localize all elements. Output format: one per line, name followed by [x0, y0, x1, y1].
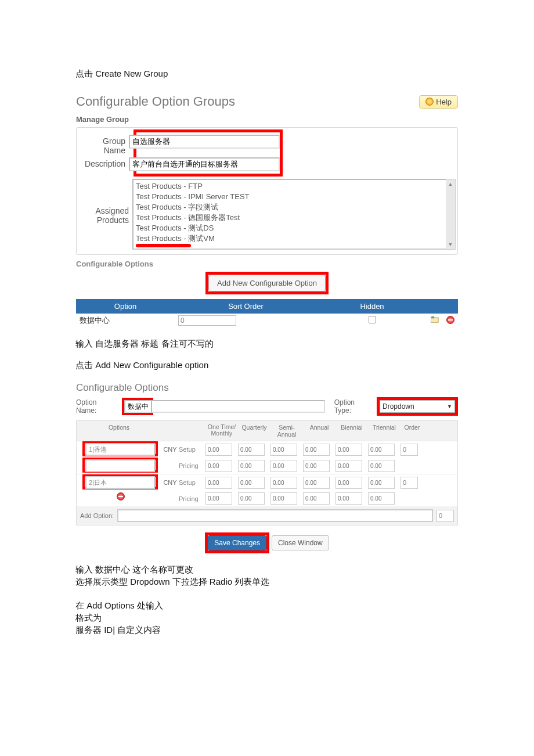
help-button[interactable]: Help [419, 95, 458, 109]
price-input[interactable] [205, 492, 232, 505]
th-triennial: Triennial [368, 421, 400, 441]
list-item[interactable]: Test Products - 测试VM [135, 233, 445, 244]
save-changes-button[interactable]: Save Changes [208, 535, 266, 550]
doc-paragraph: 服务器 ID| 自定义内容 [75, 625, 459, 636]
close-window-button[interactable]: Close Window [272, 535, 329, 550]
order-input[interactable] [400, 444, 418, 456]
list-item[interactable]: Test Products - FTP [135, 181, 445, 192]
price-input[interactable] [205, 477, 232, 489]
label-group-name: Group Name [81, 135, 129, 155]
price-input[interactable] [335, 460, 362, 472]
th-sort-order: Sort Order [175, 299, 317, 314]
list-item[interactable]: Test Products - 测试DS [135, 223, 445, 233]
description-input[interactable] [129, 157, 280, 171]
doc-paragraph: 输入 自选服务器 标题 备注可不写的 [75, 339, 459, 350]
th-delete [443, 299, 458, 314]
order-input[interactable] [400, 477, 418, 489]
price-input[interactable] [335, 477, 362, 489]
delete-icon[interactable] [446, 316, 454, 324]
delete-icon[interactable] [117, 492, 125, 501]
list-item[interactable]: Test Products - 字段测试 [135, 202, 445, 213]
row-label-pricing: Pricing [179, 462, 205, 469]
doc-paragraph: 格式为 [75, 613, 459, 624]
th-biennial: Biennial [335, 421, 368, 441]
row-label-setup: Setup [179, 479, 205, 486]
doc-paragraph: 选择展示类型 Dropdown 下拉选择 Radio 列表单选 [75, 577, 459, 588]
th-quarterly: Quarterly [238, 421, 270, 441]
price-input[interactable] [303, 477, 330, 489]
annotation-redbox: Add New Configurable Option [205, 272, 329, 294]
price-input[interactable] [303, 492, 330, 505]
th-onetime: One Time/ Monthly [205, 421, 238, 441]
price-input[interactable] [238, 492, 265, 505]
group-name-input[interactable] [129, 135, 280, 149]
price-input[interactable] [270, 492, 297, 505]
price-input[interactable] [368, 444, 395, 456]
price-input[interactable] [303, 444, 330, 456]
option-value-input-empty[interactable] [85, 459, 155, 472]
assigned-products-listbox[interactable]: Test Products - FTP Test Products - IPMI… [132, 179, 446, 250]
price-input[interactable] [238, 444, 265, 456]
option-type-select[interactable]: Dropdown ▼ [380, 400, 455, 413]
price-input[interactable] [335, 444, 362, 456]
price-input[interactable] [205, 444, 232, 456]
pricing-grid: Options One Time/ Monthly Quarterly Semi… [76, 420, 458, 525]
row-label-setup: Setup [179, 446, 205, 453]
price-input[interactable] [303, 460, 330, 472]
annotation-redbox [82, 474, 158, 489]
select-value: Dropdown [383, 402, 414, 411]
add-new-configurable-option-button[interactable]: Add New Configurable Option [208, 275, 326, 291]
add-option-order-input[interactable] [436, 510, 454, 522]
list-item[interactable]: Test Products - 德国服务器Test [135, 213, 445, 223]
annotation-redbox: Save Changes [205, 532, 269, 553]
price-input[interactable] [205, 460, 232, 472]
option-name-input-highlight[interactable] [124, 400, 151, 413]
currency-label: CNY [161, 479, 179, 486]
edit-icon[interactable] [431, 316, 439, 323]
dialog-title: Configurable Options [76, 382, 458, 394]
option-name-input[interactable] [151, 400, 324, 413]
label-add-option: Add Option: [80, 512, 114, 519]
page-title: Configurable Option Groups [76, 94, 235, 109]
screenshot-option-dialog: Configurable Options Option Name: Option… [75, 381, 459, 554]
th-annual: Annual [303, 421, 335, 441]
add-option-input[interactable] [117, 509, 433, 522]
price-input[interactable] [270, 444, 297, 456]
label-option-name: Option Name: [76, 398, 117, 415]
price-input[interactable] [270, 460, 297, 472]
label-description: Description [81, 157, 129, 168]
annotation-redbox [82, 458, 158, 473]
th-hidden: Hidden [317, 299, 427, 314]
annotation-redmark [136, 244, 191, 247]
table-row: 数据中心 [76, 314, 458, 327]
th-edit [427, 299, 443, 314]
annotation-redbox [82, 441, 158, 456]
price-input[interactable] [368, 460, 395, 472]
scrollbar[interactable]: ▲ ▼ [446, 179, 456, 250]
th-option: Option [76, 299, 175, 314]
svg-rect-1 [432, 316, 434, 318]
list-item[interactable]: Test Products - IPMI Server TEST [135, 192, 445, 202]
label-option-type: Option Type: [334, 398, 372, 415]
row-label-pricing: Pricing [179, 495, 205, 502]
price-input[interactable] [368, 492, 395, 505]
hidden-checkbox[interactable] [369, 316, 376, 323]
price-input[interactable] [238, 477, 265, 489]
doc-paragraph: 在 Add Options 处输入 [75, 600, 459, 611]
price-input[interactable] [238, 460, 265, 472]
option-value-input[interactable] [85, 476, 155, 489]
doc-paragraph: 点击 Create New Group [75, 69, 459, 80]
scroll-down-icon[interactable]: ▼ [446, 240, 455, 249]
option-value-input[interactable] [85, 443, 155, 456]
price-input[interactable] [335, 492, 362, 505]
sort-order-input[interactable] [178, 315, 236, 326]
price-input[interactable] [368, 477, 395, 489]
add-option-row: Add Option: [77, 506, 457, 525]
annotation-redbox: Dropdown ▼ [377, 397, 458, 416]
annotation-redbox [122, 398, 153, 415]
th-order: Order [400, 421, 424, 441]
currency-label: CNY [161, 446, 179, 453]
help-button-label: Help [436, 98, 452, 106]
scroll-up-icon[interactable]: ▲ [446, 179, 455, 189]
price-input[interactable] [270, 477, 297, 489]
